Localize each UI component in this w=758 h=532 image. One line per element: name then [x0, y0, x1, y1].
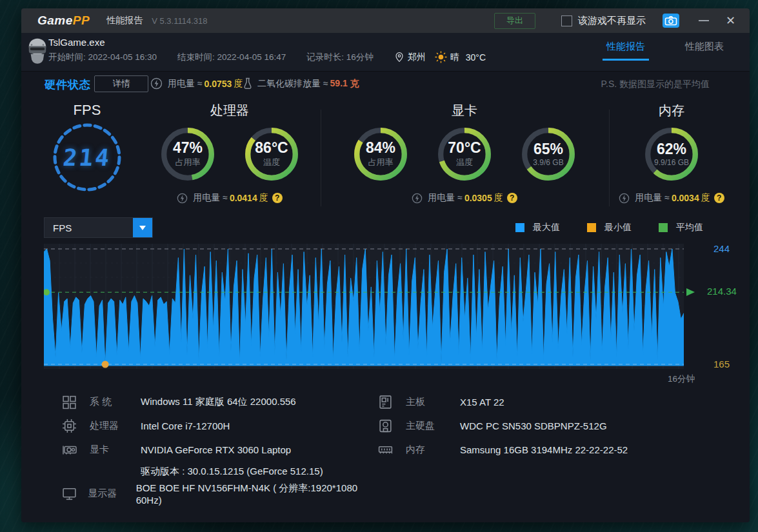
memory-gauge-group: 内存 62%9.9/16 GB 用电量 ≈ 0.0034 度 ?: [613, 102, 730, 204]
cpu-power-unit: 度: [259, 192, 268, 204]
power-value: 0.0753: [204, 79, 232, 89]
legend-min-swatch: [587, 223, 596, 232]
desktop-background: GamePP 性能报告 V 5.3.1114.318 导出 该游戏不再显示 ✕: [0, 0, 758, 532]
fps-gauge: 214: [51, 121, 123, 193]
gpu-usage-ring: 84%占用率: [351, 124, 410, 184]
weather-text: 晴: [450, 52, 459, 63]
gpu-power-label: 用电量 ≈: [428, 192, 463, 204]
gpu-temp-value: 70°C: [448, 140, 481, 155]
cpu-usage-label: 占用率: [175, 157, 201, 168]
cpu-temp-ring: 86°C温度: [242, 124, 301, 184]
co2-flask-icon: [243, 77, 252, 90]
help-icon[interactable]: ?: [272, 193, 283, 203]
legend-avg-swatch: [659, 223, 668, 232]
pubg-helmet-icon: [26, 36, 48, 66]
avg-marker-arrow-icon: [686, 288, 695, 296]
ram-icon: [377, 442, 406, 458]
fps-gauge-group: FPS 214: [39, 102, 135, 193]
cpu-temp-label: 温度: [263, 157, 280, 168]
gpu-title: 显卡: [326, 102, 603, 119]
driver-value: 驱动版本 : 30.0.15.1215 (GeForce 512.15): [141, 466, 323, 478]
screenshot-camera-button[interactable]: [663, 14, 679, 28]
gpu-usage-value: 84%: [366, 140, 395, 155]
location-pin-icon: [394, 52, 404, 63]
motherboard-label: 主板: [406, 396, 460, 408]
help-icon[interactable]: ?: [507, 193, 517, 203]
dropdown-button[interactable]: [133, 218, 152, 237]
logo-text-game: Game: [37, 14, 73, 27]
cpu-power-label: 用电量 ≈: [193, 192, 228, 204]
chart-avg-label: 214.34: [707, 286, 737, 297]
chart-legend: 最大值 最小值 平均值: [488, 222, 703, 233]
gpu-power-unit: 度: [494, 192, 503, 204]
legend-max: 最大值: [515, 222, 560, 233]
close-button[interactable]: ✕: [726, 15, 735, 26]
session-meta: 开始时间: 2022-04-05 16:30 结束时间: 2022-04-05 …: [48, 51, 486, 63]
total-power-usage: 用电量 ≈ 0.0753 度: [150, 77, 243, 90]
cpu-label: 处理器: [90, 420, 141, 432]
tab-performance-report[interactable]: 性能报告: [606, 41, 645, 61]
game-name: TslGame.exe: [48, 37, 105, 48]
minimize-button[interactable]: [699, 20, 709, 21]
gpu-row: 显卡 NVIDIA GeForce RTX 3060 Laptop: [61, 438, 371, 462]
cpu-power-row: 用电量 ≈ 0.0414 度 ?: [139, 192, 321, 204]
disk-label: 主硬盘: [406, 420, 460, 432]
memory-usage-ring: 62%9.9/16 GB: [642, 124, 701, 184]
metric-selector-value: FPS: [53, 222, 133, 233]
gpu-power-row: 用电量 ≈ 0.0305 度 ?: [326, 192, 603, 204]
detail-button[interactable]: 详情: [94, 75, 148, 92]
hide-game-checkbox[interactable]: [561, 15, 572, 26]
motherboard-value: X15 AT 22: [460, 397, 504, 408]
cpu-title: 处理器: [139, 102, 321, 119]
power-unit: 度: [234, 78, 243, 90]
ram-row: 内存 Samsung 16GB 3194MHz 22-22-22-52: [377, 438, 713, 462]
record-duration: 记录时长: 16分钟: [306, 52, 374, 63]
gpu-value: NVIDIA GeForce RTX 3060 Laptop: [141, 444, 291, 455]
memory-power-label: 用电量 ≈: [635, 192, 670, 204]
monitor-icon: [61, 486, 88, 502]
camera-icon: [663, 14, 679, 28]
legend-max-label: 最大值: [533, 222, 560, 233]
help-icon[interactable]: ?: [714, 193, 724, 203]
grid-icon: [61, 394, 90, 410]
motherboard-row: 主板 X15 AT 22: [377, 390, 713, 414]
tab-performance-chart[interactable]: 性能图表: [685, 41, 724, 61]
cpu-value: Intel Core i7-12700H: [141, 420, 230, 431]
fps-digital-value: 214: [47, 121, 127, 193]
chart-max-label: 244: [713, 243, 730, 254]
legend-avg: 平均值: [659, 222, 703, 233]
memory-power-value: 0.0034: [672, 193, 699, 203]
sun-icon: [435, 51, 447, 63]
ps-note: P.S. 数据图显示的是平均值: [601, 79, 710, 90]
section-divider: [609, 110, 610, 206]
legend-min: 最小值: [587, 222, 632, 233]
gauges-section: FPS 214 处理器 47%占用率 86°: [21, 102, 750, 215]
legend-max-swatch: [515, 223, 524, 232]
chevron-down-icon: [139, 226, 146, 230]
chart-duration-label: 16分钟: [668, 373, 695, 385]
legend-avg-label: 平均值: [676, 222, 703, 233]
export-button[interactable]: 导出: [494, 13, 535, 29]
logo-text-pp: PP: [73, 14, 90, 27]
power-bolt-icon: [150, 77, 163, 90]
end-time: 结束时间: 2022-04-05 16:47: [177, 52, 286, 63]
power-bolt-icon: [619, 193, 630, 204]
gpu-power-value: 0.0305: [464, 193, 492, 203]
power-bolt-icon: [177, 193, 188, 204]
city: 郑州: [408, 52, 426, 63]
gpu-usage-label: 占用率: [368, 157, 394, 168]
hide-game-checkbox-row[interactable]: 该游戏不再显示: [561, 15, 646, 27]
metric-selector-dropdown[interactable]: FPS: [44, 217, 153, 238]
gpu-gauge-group: 显卡 84%占用率 70°C温度 65%3.9/6 GB: [326, 102, 603, 204]
gpu-card-icon: [61, 442, 90, 458]
gpu-driver-row: 驱动版本 : 30.0.15.1215 (GeForce 512.15): [61, 462, 371, 482]
section-divider: [321, 110, 321, 206]
game-avatar: [26, 36, 48, 68]
memory-title: 内存: [613, 102, 730, 119]
co2-emission: 二氧化碳排放量 ≈ 59.1 克: [243, 77, 359, 90]
monitor-row: 显示器 BOE BOE HF NV156FHM-N4K ( 分辨率:1920*1…: [61, 482, 371, 506]
memory-power-unit: 度: [701, 192, 710, 204]
fps-area-chart[interactable]: [44, 244, 684, 369]
start-time: 开始时间: 2022-04-05 16:30: [48, 52, 157, 63]
disk-value: WDC PC SN530 SDBPNPZ-512G: [460, 420, 607, 431]
